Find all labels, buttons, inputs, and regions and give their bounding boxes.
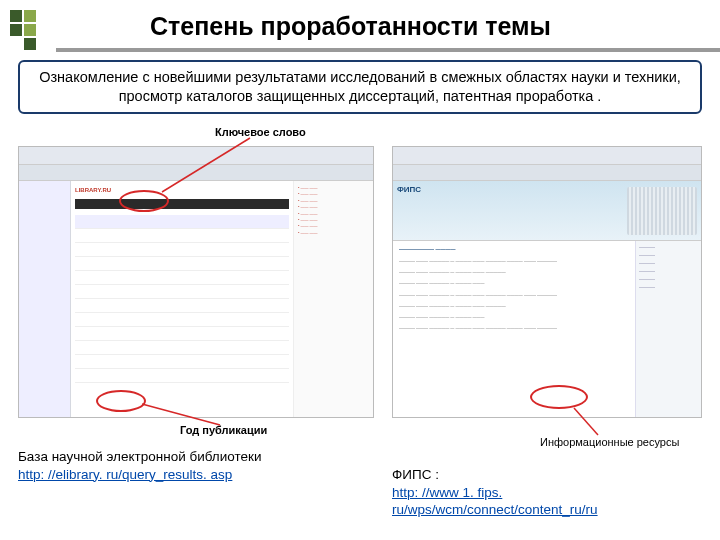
label-keyword: Ключевое слово xyxy=(215,126,306,138)
slide-logo xyxy=(10,10,50,50)
screenshot-fips: ФИПС ——————— ———— ———— ——— ————— — ———— … xyxy=(392,146,702,418)
elibrary-logo: LIBRARY.RU xyxy=(75,187,289,193)
intro-box: Ознакомление с новейшими результатами ис… xyxy=(18,60,702,114)
highlight-resources xyxy=(530,385,588,409)
building-icon xyxy=(627,187,697,235)
screenshot-elibrary: LIBRARY.RU • —— ——• —— ——• —— —— • —— ——… xyxy=(18,146,374,418)
link-fips[interactable]: http: //www 1. fips. ru/wps/wcm/connect/… xyxy=(392,485,598,518)
caption-fips-text: ФИПС : xyxy=(392,467,439,482)
caption-elibrary-text: База научной электронной библиотеки xyxy=(18,449,261,464)
caption-fips: ФИПС : http: //www 1. fips. ru/wps/wcm/c… xyxy=(392,466,706,519)
label-resources: Информационные ресурсы xyxy=(540,436,679,448)
caption-elibrary: База научной электронной библиотеки http… xyxy=(18,448,378,483)
label-year: Год публикации xyxy=(180,424,267,436)
highlight-keyword xyxy=(119,190,169,212)
title-divider xyxy=(56,48,720,52)
highlight-year xyxy=(96,390,146,412)
link-elibrary[interactable]: http: //elibrary. ru/query_results. asp xyxy=(18,467,232,482)
slide-title: Степень проработанности темы xyxy=(150,12,720,41)
fips-hero: ФИПС xyxy=(397,185,421,194)
